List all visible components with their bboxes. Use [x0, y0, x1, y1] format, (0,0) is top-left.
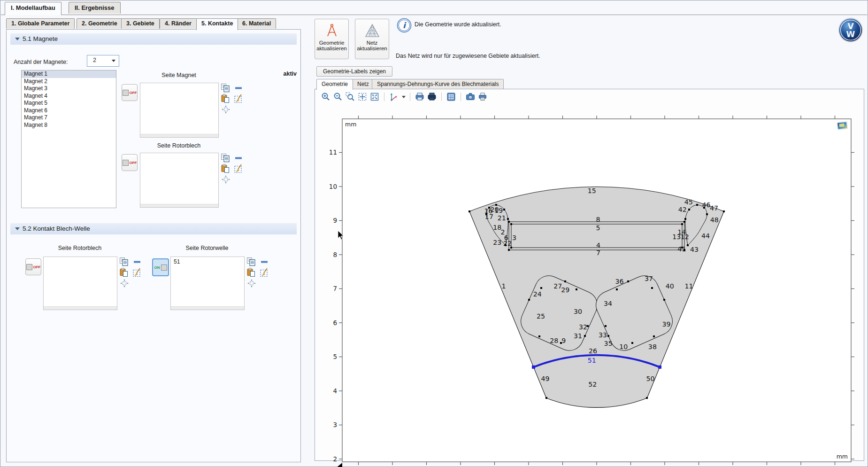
copy-icon[interactable]	[246, 257, 256, 266]
geometry-plot[interactable]: -7-6-5-4-3-2-101234567234567891011mmmm15…	[319, 107, 866, 467]
clear-selection-icon[interactable]	[132, 268, 142, 277]
boundary-label-33: 33	[599, 331, 607, 339]
magnet-list-item[interactable]: Magnet 8	[22, 122, 116, 129]
geometrie-aktualisieren-button[interactable]: Geometrie aktualisieren	[315, 19, 349, 59]
copy-icon[interactable]	[221, 83, 230, 93]
tab-gebiete[interactable]: 3. Gebiete	[121, 18, 160, 29]
snapshot-icon[interactable]	[465, 92, 476, 102]
clear-selection-icon[interactable]	[260, 268, 269, 277]
info-icon: i	[397, 18, 412, 33]
geometrie-labels-zeigen-button[interactable]: Geometrie-Labels zeigen	[316, 66, 392, 77]
scrollbar-track[interactable]	[140, 204, 218, 207]
remove-icon[interactable]	[133, 257, 142, 267]
zoom-box-icon[interactable]	[345, 92, 355, 102]
scrollbar-track[interactable]	[171, 306, 244, 310]
zoom-extents-icon[interactable]	[357, 92, 368, 102]
netz-aktualisieren-button[interactable]: Netz aktualisieren	[355, 19, 389, 59]
toolbar-separator	[461, 93, 461, 101]
plot-image-icon[interactable]	[415, 92, 425, 102]
tab-kontakte[interactable]: 5. Kontakte	[196, 18, 238, 30]
seite-magnet-toggle[interactable]: OFF	[122, 84, 138, 101]
scrollbar-track[interactable]	[44, 306, 117, 310]
magnet-list-item[interactable]: Magnet 6	[22, 107, 116, 115]
toolbar-separator	[384, 93, 384, 101]
magnet-list-item[interactable]: Magnet 3	[22, 85, 116, 93]
magnet-list-item[interactable]: Magnet 2	[22, 78, 116, 86]
clear-selection-icon[interactable]	[234, 164, 243, 173]
collapse-triangle-icon[interactable]	[15, 227, 20, 230]
geometry-vertex	[653, 335, 655, 337]
toggle-indicator-icon	[123, 90, 129, 96]
y-axis-tick-label: 11	[329, 148, 337, 156]
tab-modellaufbau[interactable]: I. Modellaufbau	[5, 2, 61, 15]
boundary-label-37: 37	[645, 275, 653, 282]
seite-rotorblech-selection-box[interactable]	[140, 153, 219, 208]
clear-selection-icon[interactable]	[234, 94, 243, 103]
seite-rotorblech-toggle[interactable]: OFF	[122, 154, 138, 171]
anzahl-magnete-dropdown[interactable]: 2	[87, 55, 119, 67]
boundary-label-19: 19	[494, 207, 503, 214]
section-header-kontakt[interactable]: 5.2 Kontakt Blech-Welle	[10, 223, 297, 234]
plot-image-dark-icon[interactable]	[427, 92, 437, 102]
tab-globale-parameter[interactable]: 1. Globale Parameter	[6, 18, 75, 29]
magnet-list-item[interactable]: Magnet 5	[22, 100, 116, 107]
selected-boundary-item[interactable]: 51	[174, 258, 180, 265]
paste-icon[interactable]	[221, 164, 230, 173]
zoom-selected-icon[interactable]	[247, 279, 257, 288]
geometry-vertex	[508, 249, 510, 251]
kontakt-rotorwelle-toggle[interactable]: ON	[152, 258, 169, 276]
remove-icon[interactable]	[260, 257, 269, 267]
geometry-vertex	[627, 280, 629, 282]
scrollbar-track[interactable]	[140, 134, 218, 137]
magnet-list[interactable]: Magnet 1Magnet 2Magnet 3Magnet 4Magnet 5…	[21, 70, 116, 208]
grid-icon[interactable]	[446, 92, 456, 102]
tab-graphics-spannung[interactable]: Spannungs-Dehnungs-Kurve des Blechmateri…	[372, 79, 504, 89]
remove-icon[interactable]	[234, 84, 244, 93]
geometry-vertex	[631, 342, 633, 344]
tab-material[interactable]: 6. Material	[237, 18, 276, 29]
boundary-label-11: 11	[684, 282, 693, 290]
kontakt-rotorblech-selection-box[interactable]	[43, 257, 117, 310]
zoom-fit-icon[interactable]	[369, 92, 380, 102]
tab-graphics-netz[interactable]: Netz	[352, 79, 374, 89]
kontakt-rotorblech-toggle[interactable]: OFF	[25, 258, 41, 275]
button-label: Netz	[367, 40, 378, 46]
boundary-label-48: 48	[710, 216, 719, 224]
tab-graphics-geometrie[interactable]: Geometrie	[316, 79, 353, 90]
geometry-vertex	[508, 221, 510, 223]
remove-icon[interactable]	[234, 154, 244, 163]
boundary-label-43: 43	[690, 246, 699, 253]
section-header-magnete[interactable]: 5.1 Magnete	[10, 33, 297, 45]
zoom-selected-icon[interactable]	[222, 105, 231, 115]
zoom-selected-icon[interactable]	[222, 175, 231, 185]
copy-icon[interactable]	[221, 153, 230, 163]
paste-icon[interactable]	[221, 94, 230, 103]
boundary-label-49: 49	[541, 375, 549, 382]
tab-geometrie[interactable]: 2. Geometrie	[77, 18, 123, 29]
copy-icon[interactable]	[119, 257, 129, 266]
boundary-label-29: 29	[561, 286, 569, 294]
dropdown-caret-icon[interactable]	[402, 96, 406, 98]
plot-thumbnail-icon[interactable]	[837, 122, 847, 130]
geometry-vertex	[681, 223, 683, 225]
tab-raender[interactable]: 4. Ränder	[160, 18, 197, 29]
seite-magnet-selection-box[interactable]	[140, 83, 219, 138]
magnet-list-item[interactable]: Magnet 4	[22, 93, 116, 100]
geometry-vertex	[510, 223, 512, 225]
zoom-out-icon[interactable]	[333, 92, 343, 102]
magnet-list-item[interactable]: Magnet 1	[22, 70, 116, 78]
kontakt-rotorwelle-selection-box[interactable]: 51	[170, 257, 245, 310]
axis-orientation-icon[interactable]	[389, 92, 399, 102]
boundary-label-50: 50	[646, 375, 655, 382]
tab-ergebnisse[interactable]: II. Ergebnisse	[69, 2, 121, 14]
collapse-triangle-icon[interactable]	[15, 38, 20, 40]
paste-icon[interactable]	[119, 268, 129, 277]
boundary-label-12: 12	[681, 233, 689, 241]
magnet-list-item[interactable]: Magnet 7	[22, 114, 116, 122]
print-icon[interactable]	[477, 92, 488, 102]
paste-icon[interactable]	[246, 268, 256, 277]
toggle-state: ON	[154, 265, 160, 270]
button-label: aktualisieren	[357, 46, 387, 51]
zoom-selected-icon[interactable]	[120, 279, 130, 288]
zoom-in-icon[interactable]	[321, 92, 331, 102]
